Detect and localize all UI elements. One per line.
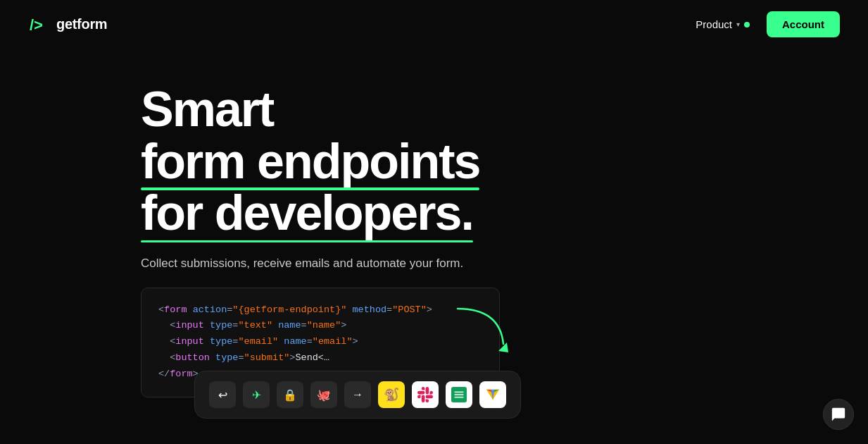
hero-content-row: <form action="{getform-endpoint}" method… — [141, 288, 840, 445]
hero-headline: Smart form endpoints for developers. — [141, 84, 577, 240]
logo-text: getform — [56, 16, 107, 32]
svg-rect-4 — [455, 394, 464, 395]
svg-rect-5 — [455, 397, 464, 398]
underline-dev: for developers. — [141, 187, 473, 240]
code-line-3: <input type="email" name="email"> — [158, 334, 482, 350]
hero-left: <form action="{getform-endpoint}" method… — [141, 288, 500, 445]
sheets-icon[interactable] — [446, 381, 472, 408]
chat-bubble-button[interactable] — [823, 399, 854, 430]
status-dot — [744, 22, 750, 27]
code-line-4: <button type="submit">Send<… — [158, 350, 482, 366]
product-menu[interactable]: Product ▾ — [696, 18, 750, 30]
logo-icon: /> — [28, 13, 51, 36]
code-integrations-wrap: <form action="{getform-endpoint}" method… — [141, 288, 500, 398]
lock-icon[interactable]: 🔒 — [277, 381, 303, 408]
underline-form: form endpoints — [141, 136, 479, 188]
send-icon[interactable]: ✈ — [243, 381, 270, 408]
navbar: /> getform Product ▾ Account — [0, 0, 868, 49]
chevron-down-icon: ▾ — [736, 20, 740, 28]
mailchimp-icon[interactable]: 🐒 — [378, 381, 405, 408]
undo-icon[interactable]: ↩ — [209, 381, 236, 408]
github-icon[interactable]: 🐙 — [310, 381, 337, 408]
account-button[interactable]: Account — [767, 11, 840, 37]
gsuite-icon[interactable] — [479, 381, 506, 408]
svg-rect-3 — [455, 392, 464, 393]
integrations-pill: ↩ ✈ 🔒 🐙 → 🐒 — [194, 371, 521, 419]
hero-section: Smart form endpoints for developers. Col… — [0, 49, 868, 444]
svg-text:/>: /> — [30, 16, 43, 34]
code-line-2: <input type="text" name="name"> — [158, 318, 482, 334]
hero-subtitle: Collect submissions, receive emails and … — [141, 257, 479, 271]
arrow-decoration — [451, 302, 514, 358]
logo[interactable]: /> getform — [28, 13, 107, 36]
code-line-1: <form action="{getform-endpoint}" method… — [158, 302, 482, 319]
arrow-right-icon[interactable]: → — [344, 381, 371, 408]
product-label: Product — [696, 18, 732, 30]
slack-icon[interactable] — [412, 381, 439, 408]
nav-right: Product ▾ Account — [696, 11, 840, 37]
